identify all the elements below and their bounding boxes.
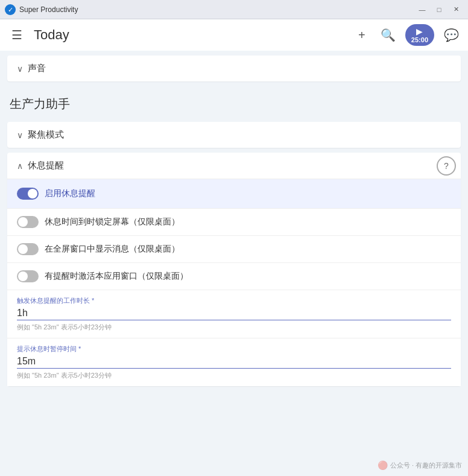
minimize-button[interactable]: — <box>415 4 429 16</box>
close-button[interactable]: ✕ <box>449 4 463 16</box>
search-button[interactable]: 🔍 <box>379 25 398 45</box>
chat-button[interactable]: 💬 <box>441 25 461 45</box>
header-right: + 🔍 ▶ 25:00 💬 <box>352 24 461 46</box>
hamburger-menu-button[interactable]: ☰ <box>7 25 27 45</box>
page-title: Today <box>34 27 69 43</box>
activate-window-toggle[interactable] <box>17 270 39 282</box>
enable-toggle-label: 启用休息提醒 <box>45 188 95 199</box>
focus-section-header[interactable]: ∨ 聚焦模式 <box>7 122 461 148</box>
checkmark-icon: ✓ <box>30 190 36 198</box>
work-duration-label: 触发休息提醒的工作时长 * <box>17 296 451 305</box>
activate-window-option-label: 有提醒时激活本应用窗口（仅限桌面） <box>45 271 188 282</box>
break-duration-hint: 例如 "5h 23m" 表示5小时23分钟 <box>17 371 451 380</box>
maximize-button[interactable]: □ <box>432 4 446 16</box>
enable-toggle[interactable]: ✓ <box>17 188 39 200</box>
focus-section-label: 聚焦模式 <box>28 129 64 141</box>
break-section: ∧ 休息提醒 ? ✓ 启用休息提醒 休息时间到时锁定屏幕（仅限桌面） 在全屏窗口… <box>7 153 461 386</box>
break-chevron-icon: ∧ <box>17 161 23 171</box>
titlebar: ✓ Super Productivity — □ ✕ <box>0 0 468 19</box>
fullscreen-message-option-row: 在全屏窗口中显示消息（仅限桌面） <box>7 235 461 262</box>
sound-chevron-icon: ∨ <box>17 64 23 74</box>
lock-screen-option-label: 休息时间到时锁定屏幕（仅限桌面） <box>45 217 180 227</box>
timer-button[interactable]: ▶ 25:00 <box>405 24 434 46</box>
play-icon: ▶ <box>416 27 423 36</box>
app-title: Super Productivity <box>19 5 78 14</box>
activate-window-option-row: 有提醒时激活本应用窗口（仅限桌面） <box>7 262 461 290</box>
svg-text:✓: ✓ <box>8 6 13 13</box>
fullscreen-message-toggle[interactable] <box>17 243 39 255</box>
watermark-icon: 🔴 <box>378 460 388 470</box>
work-duration-group: 触发休息提醒的工作时长 * 例如 "5h 23m" 表示5小时23分钟 <box>7 290 461 338</box>
focus-chevron-icon: ∨ <box>17 130 23 140</box>
watermark-text: 公众号 · 有趣的开源集市 <box>390 461 462 470</box>
break-duration-label: 提示休息时暂停时间 * <box>17 344 451 354</box>
work-duration-input[interactable] <box>17 306 451 320</box>
lock-screen-toggle[interactable] <box>17 216 39 228</box>
titlebar-left: ✓ Super Productivity <box>5 4 78 15</box>
timer-display: 25:00 <box>411 36 428 43</box>
sound-section: ∨ 声音 <box>7 56 461 81</box>
header: ☰ Today + 🔍 ▶ 25:00 💬 <box>0 19 468 51</box>
productivity-category-label: 生产力助手 <box>0 86 468 117</box>
break-section-header-row: ∧ 休息提醒 ? <box>7 153 461 179</box>
work-duration-hint: 例如 "5h 23m" 表示5小时23分钟 <box>17 323 451 332</box>
header-left: ☰ Today <box>7 25 69 45</box>
toggle-slider: ✓ <box>17 188 39 200</box>
app-icon: ✓ <box>5 4 16 15</box>
break-section-label: 休息提醒 <box>28 160 64 171</box>
watermark: 🔴 公众号 · 有趣的开源集市 <box>378 460 462 470</box>
focus-section: ∨ 聚焦模式 <box>7 122 461 148</box>
main-content: ∨ 声音 生产力助手 ∨ 聚焦模式 ∧ 休息提醒 ? ✓ <box>0 51 468 476</box>
titlebar-controls: — □ ✕ <box>415 4 463 16</box>
break-section-header[interactable]: ∧ 休息提醒 <box>7 153 437 179</box>
enable-break-reminder-row: ✓ 启用休息提醒 <box>7 179 461 208</box>
sound-section-label: 声音 <box>28 63 46 74</box>
add-task-button[interactable]: + <box>352 25 372 45</box>
help-button[interactable]: ? <box>437 156 456 176</box>
break-duration-input[interactable] <box>17 355 451 369</box>
break-duration-group: 提示休息时暂停时间 * 例如 "5h 23m" 表示5小时23分钟 <box>7 338 461 386</box>
sound-section-header[interactable]: ∨ 声音 <box>7 56 461 81</box>
lock-screen-option-row: 休息时间到时锁定屏幕（仅限桌面） <box>7 208 461 235</box>
fullscreen-message-option-label: 在全屏窗口中显示消息（仅限桌面） <box>45 244 180 255</box>
